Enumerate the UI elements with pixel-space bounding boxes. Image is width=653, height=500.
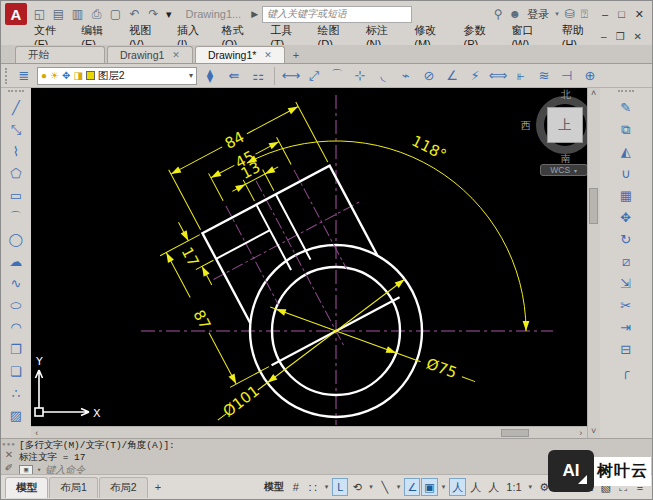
toolbar-grip[interactable] [5,68,9,84]
layout2-tab[interactable]: 布局2 [99,477,148,498]
copy-icon[interactable]: ⧉ [615,119,637,140]
drawing-canvas[interactable]: Y X [31,88,587,426]
help-icon[interactable]: ⍰ [581,7,588,21]
annotation-scale-icon[interactable]: 人 [485,478,502,496]
dim-jogged-icon[interactable]: ⌁ [395,66,417,86]
tab-close-icon[interactable]: ✕ [172,50,180,60]
recent-commands-drop-icon[interactable]: ▾ [37,466,41,474]
dim-radius-icon[interactable]: ◟ [372,66,394,86]
view-cube[interactable]: 北 南 西 东 上 WCS▾ [530,92,587,178]
mirror-icon[interactable]: ◭ [615,141,637,162]
scroll-down-icon[interactable]: ˅ [591,426,596,438]
save-as-icon[interactable]: ▥ [69,6,86,23]
extend-icon[interactable]: ⇥ [615,317,637,338]
snap-icon[interactable]: ⸬ [305,478,321,496]
undo-icon[interactable]: ↶ [126,6,143,23]
command-close-icon[interactable]: ✕ [5,449,13,460]
model-tab[interactable]: 模型 [5,477,48,498]
layout1-tab[interactable]: 布局1 [49,477,98,498]
center-mark-icon[interactable]: ⊕ [579,66,601,86]
rotate-icon[interactable]: ↻ [615,229,637,250]
save-icon[interactable]: ▤ [50,6,67,23]
scroll-left-icon[interactable]: ‹ [31,428,43,438]
grid-icon[interactable]: # [288,478,304,496]
wcs-selector[interactable]: WCS▾ [540,164,587,176]
command-grip[interactable]: ●●● [2,441,16,447]
scale-icon[interactable]: ⧄ [615,251,637,272]
layer-states-icon[interactable]: ⚏ [247,66,269,86]
new-sheet-icon[interactable]: ▢ [107,6,124,23]
layer-properties-icon[interactable]: ≣ [13,66,35,86]
model-space-label[interactable]: 模型 [264,480,284,494]
spline-icon[interactable]: ∿ [5,273,27,294]
otrack-icon[interactable]: ∠ [404,478,420,496]
window-maximize-button[interactable]: □ [618,8,625,21]
polygon-icon[interactable]: ⬠ [5,163,27,184]
layer-previous-icon[interactable]: ⇚ [223,66,245,86]
doc-restore-button[interactable]: ❐ [616,31,625,42]
dim-baseline-icon[interactable]: ⟺ [487,66,509,86]
dim-continue-icon[interactable]: ⫦ [510,66,532,86]
polyline-icon[interactable]: ⌇ [5,141,27,162]
qat-drop-icon[interactable]: ▾ [166,8,172,21]
scroll-right-icon[interactable]: › [575,428,587,438]
dim-space-icon[interactable]: ≋ [533,66,555,86]
stretch-icon[interactable]: ⇲ [615,273,637,294]
line-tool-icon[interactable]: ╱ [5,97,27,118]
tab-drawing1-star[interactable]: Drawing1*✕ [195,46,285,63]
ellipse-icon[interactable]: ⬭ [5,295,27,316]
annotation-visibility-icon[interactable]: 人 [449,478,466,496]
dim-aligned-icon[interactable]: ⤢ [303,66,325,86]
construction-line-icon[interactable]: ⤡ [5,119,27,140]
plot-icon[interactable]: ⎙ [88,6,105,23]
viewcube-west-label[interactable]: 西 [521,119,531,133]
dim-arc-length-icon[interactable]: ⌒ [326,66,348,86]
rectangle-icon[interactable]: ▭ [5,185,27,206]
revision-cloud-icon[interactable]: ☁ [5,251,27,272]
viewcube-top-face[interactable]: 上 [547,107,583,143]
horizontal-scrollbar[interactable]: ‹ › [31,426,587,438]
user-icon[interactable]: ☻ [509,7,522,21]
scroll-up-icon[interactable]: ˄ [591,88,596,100]
layer-dropdown[interactable]: ● ☀ ✥ ◨ 图层2 ▾ [37,67,197,85]
insert-block-icon[interactable]: ❐ [5,339,27,360]
polar-drop-icon[interactable]: ▾ [366,478,376,496]
dim-angular-icon[interactable]: ∠ [441,66,463,86]
ortho-icon[interactable]: L [332,478,348,496]
array-icon[interactable]: ▦ [615,185,637,206]
snap-drop-icon[interactable]: ▾ [322,478,332,496]
dim-diameter-icon[interactable]: ⊘ [418,66,440,86]
tab-drawing1[interactable]: Drawing1✕ [107,46,193,63]
vscroll-thumb[interactable] [589,188,598,224]
dim-break-icon[interactable]: ⊣ [556,66,578,86]
search-input[interactable]: 键入关键字或短语 [262,6,412,23]
iso-drop-icon[interactable]: ▾ [394,478,404,496]
doc-close-button[interactable]: ✕ [634,31,642,42]
circle-icon[interactable]: ◯ [5,229,27,250]
autoscale-icon[interactable]: 人 [467,478,484,496]
new-tab-button[interactable]: + [287,47,305,63]
window-close-button[interactable]: ✕ [635,8,644,21]
scale-value[interactable]: 1:1 [503,478,524,496]
dim-linear-icon[interactable]: ⟷ [280,66,302,86]
quick-dim-icon[interactable]: ⚡ [464,66,486,86]
window-minimize-button[interactable]: – [602,8,608,21]
toolbar-grip[interactable] [8,90,24,94]
create-block-icon[interactable]: ❏ [5,361,27,382]
dim-ordinate-icon[interactable]: ⊹ [349,66,371,86]
vertical-scrollbar[interactable]: ˄ ˅ [587,88,600,438]
redo-icon[interactable]: ↷ [145,6,162,23]
point-icon[interactable]: ∴ [5,383,27,404]
arc-icon[interactable]: ⌒ [5,207,27,228]
viewcube-north-label[interactable]: 北 [561,88,571,102]
doc-minimize-button[interactable]: – [601,31,607,42]
offset-icon[interactable]: ∪ [615,163,637,184]
tab-close-icon[interactable]: ✕ [264,50,272,60]
signin-link[interactable]: 登录 [527,7,549,22]
hscroll-thumb[interactable] [501,429,529,437]
erase-icon[interactable]: ✎ [615,97,637,118]
search-expand-icon[interactable]: ▶ [251,9,258,19]
osnap-drop-icon[interactable]: ▾ [439,478,449,496]
break-icon[interactable]: ⊟ [615,339,637,360]
osnap-icon[interactable]: ▣ [421,478,437,496]
